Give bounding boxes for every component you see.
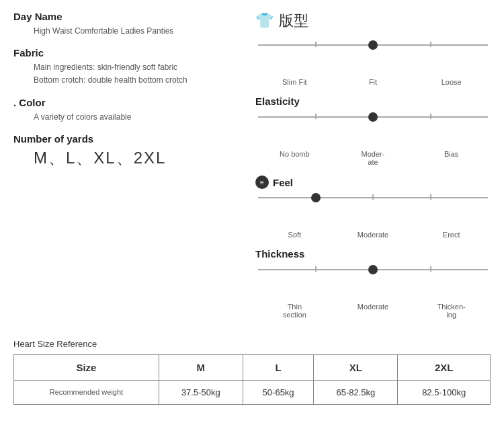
weight-m: 37.5-50kg (159, 381, 243, 405)
right-header: 👕 版型 (255, 11, 491, 31)
thickness-track (258, 264, 488, 290)
feel-header: ≡ Feel (255, 176, 491, 189)
feel-label-1: Soft (255, 231, 334, 239)
feel-track (258, 192, 488, 219)
day-name-title: Day Name (13, 11, 242, 22)
elasticity-dot (368, 112, 378, 122)
fabric-section: Fabric Main ingredients: skin-friendly s… (13, 47, 242, 87)
feel-badge: ≡ (255, 176, 269, 189)
elasticity-slider-section: Elasticity No bomb Moder-ate Bias (255, 95, 491, 166)
weight-2xl: 82.5-100kg (398, 381, 491, 405)
right-column: 👕 版型 Slim Fit Fit Loose Elasticity (255, 11, 491, 328)
yards-section: Number of yards M、L、XL、2XL (13, 133, 242, 169)
weight-l: 50-65kg (243, 381, 314, 405)
feel-title: Feel (273, 177, 293, 188)
color-title: . Color (13, 97, 242, 108)
elasticity-labels: No bomb Moder-ate Bias (255, 150, 491, 166)
banxing-dot (368, 40, 378, 50)
product-name: High Waist Comfortable Ladies Panties (13, 25, 242, 38)
feel-tick-3 (430, 194, 431, 200)
yards-title: Number of yards (13, 133, 242, 145)
weight-xl: 65-82.5kg (314, 381, 398, 405)
color-desc: A variety of colors available (13, 111, 242, 124)
elasticity-label: Elasticity (255, 95, 491, 107)
size-table: Size M L XL 2XL Recommended weight 37.5-… (13, 354, 491, 405)
banxing-label-1: Slim Fit (255, 78, 334, 86)
elasticity-label-3: Bias (412, 150, 491, 166)
feel-labels: Soft Moderate Erect (255, 231, 491, 239)
thickness-tick-1 (315, 266, 317, 272)
thickness-label-3: Thicken-ing (412, 303, 491, 319)
feel-label-3: Erect (412, 231, 491, 239)
fabric-details: Main ingredients: skin-friendly soft fab… (13, 61, 242, 87)
thickness-dot (368, 265, 378, 274)
shirt-icon: 👕 (255, 12, 274, 30)
thickness-label: Thickness (255, 248, 491, 260)
sizes-display: M、L、XL、2XL (13, 147, 242, 169)
color-section: . Color A variety of colors available (13, 97, 242, 124)
feel-slider-section: ≡ Feel Soft Moderate Erect (255, 176, 491, 239)
thickness-tick-3 (430, 266, 431, 272)
col-size: Size (14, 355, 159, 381)
elasticity-tick-3 (430, 114, 431, 119)
day-name-section: Day Name High Waist Comfortable Ladies P… (13, 11, 242, 38)
banxing-title: 版型 (279, 11, 308, 31)
banxing-labels: Slim Fit Fit Loose (255, 78, 491, 86)
fabric-line2: Bottom crotch: double health bottom crot… (34, 74, 242, 87)
table-row: Recommended weight 37.5-50kg 50-65kg 65-… (14, 381, 491, 405)
recommended-weight-label: Recommended weight (14, 381, 159, 405)
feel-label-2: Moderate (334, 231, 413, 239)
heart-size-ref-title: Heart Size Reference (13, 339, 491, 349)
elasticity-label-2: Moder-ate (334, 150, 413, 166)
fabric-title: Fabric (13, 47, 242, 59)
col-xl: XL (314, 355, 398, 381)
thickness-label-2: Moderate (334, 303, 413, 319)
banxing-tick-1 (315, 42, 317, 47)
col-l: L (243, 355, 314, 381)
feel-dot (311, 193, 321, 202)
thickness-slider-section: Thickness Thinsection Moderate Thicken-i… (255, 248, 491, 319)
thickness-label-1: Thinsection (255, 303, 334, 319)
col-2xl: 2XL (398, 355, 491, 381)
banxing-tick-3 (430, 42, 431, 47)
fabric-line1: Main ingredients: skin-friendly soft fab… (34, 61, 242, 74)
banxing-label-2: Fit (334, 78, 413, 86)
col-m: M (159, 355, 243, 381)
banxing-label-3: Loose (412, 78, 491, 86)
banxing-slider-section: Slim Fit Fit Loose (255, 39, 491, 86)
feel-tick-2 (372, 194, 374, 200)
table-section: Heart Size Reference Size M L XL 2XL Rec… (0, 339, 504, 418)
table-header-row: Size M L XL 2XL (14, 355, 491, 381)
elasticity-label-1: No bomb (255, 150, 334, 166)
banxing-track (258, 39, 488, 66)
left-column: Day Name High Waist Comfortable Ladies P… (13, 11, 242, 328)
thickness-labels: Thinsection Moderate Thicken-ing (255, 303, 491, 319)
elasticity-tick-1 (315, 114, 317, 119)
elasticity-track (258, 111, 488, 138)
